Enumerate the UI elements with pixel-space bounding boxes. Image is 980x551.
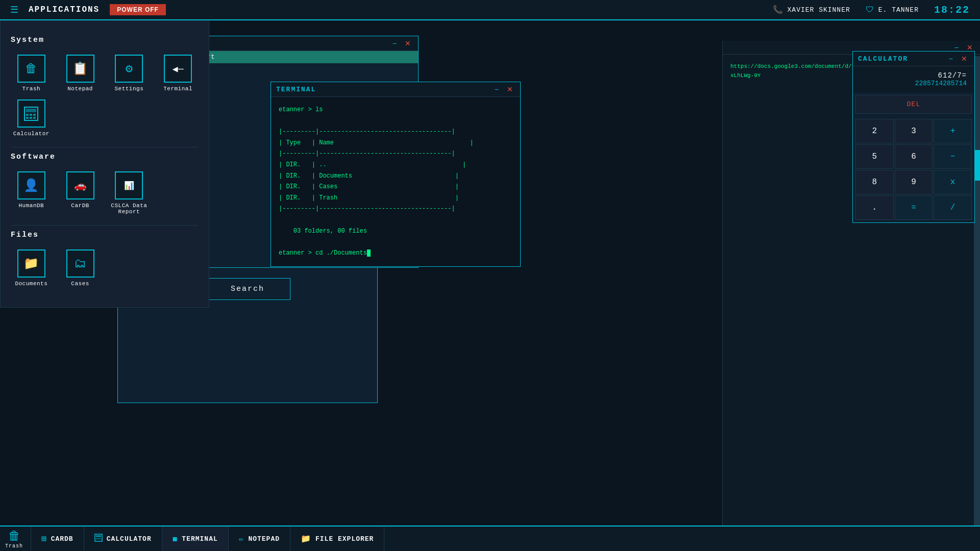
- file-explorer-minimize[interactable]: −: [390, 39, 399, 47]
- terminal-taskbar-label: TERMINAL: [182, 535, 217, 543]
- terminal-line-1: etanner > ls: [279, 105, 512, 116]
- cardb-taskbar-label: CARDB: [51, 535, 74, 543]
- user1-info: 📞 XAVIER SKINNER: [773, 5, 850, 15]
- files-section-title: Files: [11, 231, 199, 239]
- calc-del-button[interactable]: DEL: [855, 95, 972, 114]
- calc-btn-dot[interactable]: .: [855, 195, 894, 220]
- menu-item-notepad[interactable]: 📋 Notepad: [60, 55, 101, 92]
- menu-item-settings[interactable]: ⚙ Settings: [109, 55, 150, 92]
- user1-name: XAVIER SKINNER: [788, 6, 850, 14]
- doc-panel-minimize[interactable]: −: [952, 43, 961, 52]
- settings-label: Settings: [114, 86, 143, 92]
- calc-expression: 612/7=: [861, 71, 967, 80]
- calc-btn-5[interactable]: 5: [855, 144, 894, 169]
- system-icons-grid: 🗑 Trash 📋 Notepad ⚙ Settings ◀─ Terminal: [11, 55, 199, 137]
- doc-panel-close[interactable]: ✕: [965, 43, 975, 52]
- file-explorer-controls: − ✕: [390, 39, 413, 47]
- applications-menu: System 🗑 Trash 📋 Notepad ⚙ Settings ◀─ T…: [0, 20, 209, 308]
- calc-btn-minus[interactable]: −: [934, 144, 972, 169]
- calc-btn-multiply[interactable]: x: [934, 170, 972, 194]
- menu-item-cardb[interactable]: 🚗 CarDB: [60, 171, 101, 215]
- calculator-display: 612/7= 2285714285714: [853, 66, 974, 92]
- cases-icon: 🗂: [66, 249, 94, 278]
- calculator-label: Calculator: [13, 131, 50, 137]
- menu-item-trash[interactable]: 🗑 Trash: [11, 55, 52, 92]
- terminal-window: TERMINAL − ✕ etanner > ls |---------|---…: [271, 82, 521, 267]
- terminal-output: etanner > ls |---------|----------------…: [279, 105, 512, 259]
- svg-rect-10: [26, 117, 29, 119]
- calc-btn-6[interactable]: 6: [895, 144, 933, 169]
- notepad-label: Notepad: [67, 86, 93, 92]
- user2-name: E. TANNER: [878, 6, 919, 14]
- terminal-controls: − ✕: [493, 85, 515, 93]
- cardb-label: CarDB: [71, 203, 89, 209]
- cases-label: Cases: [71, 281, 89, 287]
- file-explorer-close[interactable]: ✕: [403, 39, 413, 47]
- svg-rect-9: [33, 114, 36, 116]
- terminal-icon: ◀─: [164, 55, 192, 83]
- cardb-taskbar-icon: ⊞: [41, 534, 47, 544]
- svg-rect-21: [100, 538, 101, 539]
- hamburger-icon[interactable]: ☰: [10, 4, 18, 15]
- svg-rect-20: [98, 538, 100, 539]
- file-explorer-taskbar-icon: 📁: [301, 534, 311, 544]
- calculator-title: CALCULATOR: [858, 55, 908, 63]
- calc-btn-3[interactable]: 3: [895, 119, 933, 143]
- desktop-trash[interactable]: 🗑 Trash: [5, 529, 23, 549]
- calculator-titlebar: CALCULATOR − ✕: [853, 52, 974, 66]
- svg-rect-12: [33, 117, 36, 119]
- trash-icon: 🗑: [17, 55, 45, 83]
- calc-btn-9[interactable]: 9: [895, 170, 933, 194]
- menu-item-calculator[interactable]: Calculator: [11, 99, 52, 137]
- taskbar-calculator[interactable]: CALCULATOR: [84, 527, 162, 551]
- calc-btn-divide[interactable]: /: [934, 195, 972, 220]
- calculator-icon: [17, 99, 45, 128]
- calc-btn-plus[interactable]: +: [934, 119, 972, 143]
- menu-item-documents[interactable]: 📁 Documents: [11, 249, 52, 287]
- calc-btn-equals[interactable]: =: [895, 195, 933, 220]
- documents-label: Documents: [15, 281, 47, 287]
- phone-icon: 📞: [773, 5, 783, 15]
- terminal-line-table: |---------|-----------------------------…: [279, 127, 512, 215]
- power-off-button[interactable]: POWER OFF: [110, 4, 166, 15]
- menu-item-humandb[interactable]: 👤 HumanDB: [11, 171, 52, 215]
- menu-item-cslca[interactable]: 📊 CSLCA Data Report: [109, 171, 150, 215]
- calc-del-row: DEL: [853, 92, 974, 116]
- terminal-close[interactable]: ✕: [505, 85, 515, 93]
- calc-result: 2285714285714: [861, 80, 967, 87]
- top-bar: ☰ APPLICATIONS POWER OFF 📞 XAVIER SKINNE…: [0, 0, 980, 20]
- calculator-minimize[interactable]: −: [947, 55, 955, 63]
- settings-icon: ⚙: [115, 55, 143, 83]
- humandb-icon: 👤: [17, 171, 45, 199]
- calc-btn-2[interactable]: 2: [855, 119, 894, 143]
- humandb-label: HumanDB: [19, 203, 44, 209]
- calc-btn-8[interactable]: 8: [855, 170, 894, 194]
- calculator-taskbar-icon: [94, 534, 103, 544]
- calculator-close[interactable]: ✕: [959, 55, 969, 63]
- terminal-content[interactable]: etanner > ls |---------|----------------…: [271, 97, 520, 266]
- notepad-icon: 📋: [66, 55, 94, 83]
- svg-rect-6: [26, 109, 36, 112]
- documents-icon: 📁: [17, 249, 45, 278]
- files-icons-grid: 📁 Documents 🗂 Cases: [11, 249, 199, 287]
- svg-rect-7: [26, 114, 29, 116]
- taskbar-file-explorer[interactable]: 📁 FILE EXPLORER: [290, 527, 384, 551]
- shield-icon: 🛡: [866, 5, 874, 15]
- terminal-minimize[interactable]: −: [493, 85, 501, 93]
- search-button[interactable]: Search: [205, 278, 290, 300]
- terminal-label: Terminal: [163, 86, 192, 92]
- svg-rect-18: [96, 535, 101, 537]
- menu-item-cases[interactable]: 🗂 Cases: [60, 249, 101, 287]
- taskbar-terminal[interactable]: ◼ TERMINAL: [162, 527, 229, 551]
- taskbar-cardb[interactable]: ⊞ CARDB: [31, 527, 84, 551]
- calculator-taskbar-label: CALCULATOR: [107, 535, 152, 543]
- trash-desktop-label: Trash: [5, 543, 23, 549]
- menu-divider-2: [11, 225, 199, 226]
- top-bar-left: ☰ APPLICATIONS POWER OFF: [10, 4, 166, 15]
- taskbar-notepad[interactable]: ✏ NOTEPAD: [229, 527, 290, 551]
- cslca-icon: 📊: [115, 171, 143, 199]
- app-title: APPLICATIONS: [29, 5, 100, 14]
- terminal-line-cd: etanner > cd ./Documents: [279, 248, 512, 259]
- menu-item-terminal[interactable]: ◀─ Terminal: [157, 55, 199, 92]
- software-icons-grid: 👤 HumanDB 🚗 CarDB 📊 CSLCA Data Report: [11, 171, 199, 215]
